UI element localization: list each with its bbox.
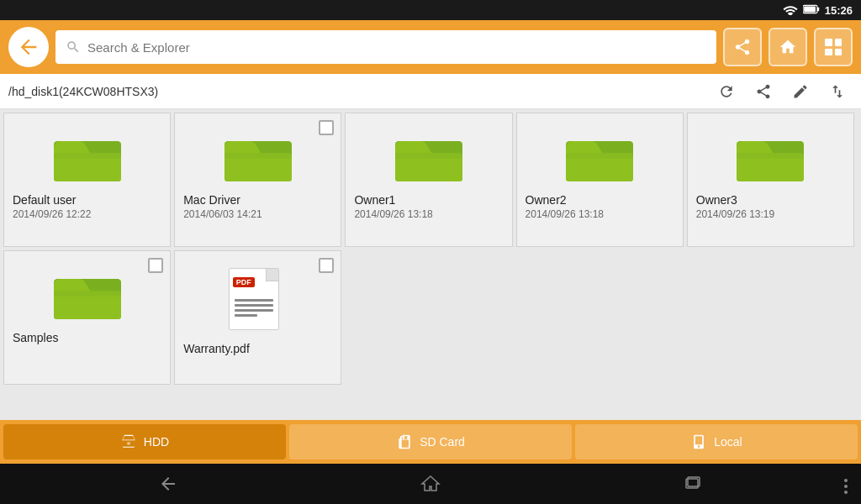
file-date: 2014/06/03 14:21 — [183, 208, 332, 220]
file-name: Owner1 — [354, 193, 503, 207]
sdcard-icon — [396, 433, 413, 450]
file-date: 2014/09/26 12:22 — [13, 208, 161, 220]
refresh-button[interactable] — [711, 76, 742, 107]
file-item-content: Samples — [13, 260, 161, 375]
file-item[interactable]: Default user 2014/09/26 12:22 — [3, 113, 171, 247]
folder-icon — [54, 266, 121, 321]
android-home-button[interactable] — [414, 467, 447, 501]
android-back-button[interactable] — [151, 467, 185, 501]
android-recent-button[interactable] — [676, 467, 710, 501]
tab-hdd[interactable]: HDD — [3, 424, 286, 459]
tab-sdcard-label: SD Card — [420, 435, 465, 449]
folder-icon — [566, 129, 633, 183]
file-grid: Default user 2014/09/26 12:22 Mac Driver… — [0, 109, 861, 420]
file-item-content: Mac Driver 2014/06/03 14:21 — [183, 122, 332, 238]
wifi-icon — [783, 3, 798, 18]
share-path-button[interactable] — [748, 76, 779, 107]
file-checkbox[interactable] — [148, 258, 163, 273]
file-name: Default user — [13, 193, 161, 207]
tab-hdd-label: HDD — [144, 435, 169, 449]
share-button[interactable] — [723, 28, 762, 66]
file-item[interactable]: Mac Driver 2014/06/03 14:21 — [174, 113, 341, 247]
file-name: Owner2 — [526, 193, 674, 207]
file-name: Samples — [13, 331, 161, 344]
file-item-content: Owner2 2014/09/26 13:18 — [526, 122, 674, 238]
path-bar: /hd_disk1(24KCW08HTSX3) — [0, 74, 861, 109]
file-item-content: Owner1 2014/09/26 13:18 — [354, 122, 503, 238]
svg-rect-1 — [817, 7, 819, 11]
hdd-icon — [120, 433, 137, 450]
file-name: Owner3 — [696, 193, 845, 207]
battery-icon — [803, 4, 820, 17]
folder-icon — [54, 129, 121, 183]
edit-button[interactable] — [785, 76, 816, 107]
file-name: Mac Driver — [183, 193, 332, 207]
svg-rect-2 — [804, 6, 816, 12]
folder-icon — [395, 129, 462, 183]
file-checkbox[interactable] — [319, 120, 334, 135]
search-bar — [55, 30, 716, 64]
file-date: 2014/09/26 13:19 — [696, 208, 845, 220]
file-item[interactable]: Owner2 2014/09/26 13:18 — [516, 113, 684, 247]
file-item[interactable]: PDF Warranty.pdf — [174, 250, 341, 385]
file-name: Warranty.pdf — [183, 342, 332, 355]
sort-button[interactable] — [822, 76, 853, 107]
grid-view-button[interactable] — [814, 28, 853, 66]
file-item-content: PDF Warranty.pdf — [183, 260, 332, 375]
folder-icon — [737, 129, 804, 183]
pdf-icon: PDF — [229, 268, 288, 335]
nav-bar — [0, 464, 861, 504]
search-icon — [66, 39, 81, 55]
file-item[interactable]: Owner3 2014/09/26 13:19 — [687, 113, 854, 247]
back-button[interactable] — [8, 27, 49, 67]
local-icon — [690, 433, 707, 450]
home-button[interactable] — [769, 28, 807, 66]
current-path: /hd_disk1(24KCW08HTSX3) — [8, 85, 705, 98]
file-date: 2014/09/26 13:18 — [354, 208, 503, 220]
tab-sdcard[interactable]: SD Card — [289, 424, 572, 459]
file-item-content: Default user 2014/09/26 12:22 — [13, 122, 161, 238]
file-item[interactable]: Owner1 2014/09/26 13:18 — [345, 113, 512, 247]
tab-local-label: Local — [714, 435, 742, 449]
tab-local[interactable]: Local — [575, 424, 858, 459]
more-options-button[interactable] — [844, 479, 848, 494]
folder-icon — [224, 129, 292, 183]
toolbar — [0, 20, 861, 74]
status-time: 15:26 — [825, 4, 853, 17]
search-input[interactable] — [87, 40, 706, 55]
file-item[interactable]: Samples — [3, 250, 171, 385]
file-date: 2014/09/26 13:18 — [526, 208, 674, 220]
bottom-tabs: HDD SD Card Local — [0, 420, 861, 464]
file-checkbox[interactable] — [319, 258, 334, 273]
file-item-content: Owner3 2014/09/26 13:19 — [696, 122, 845, 238]
status-bar: 15:26 — [0, 0, 861, 20]
